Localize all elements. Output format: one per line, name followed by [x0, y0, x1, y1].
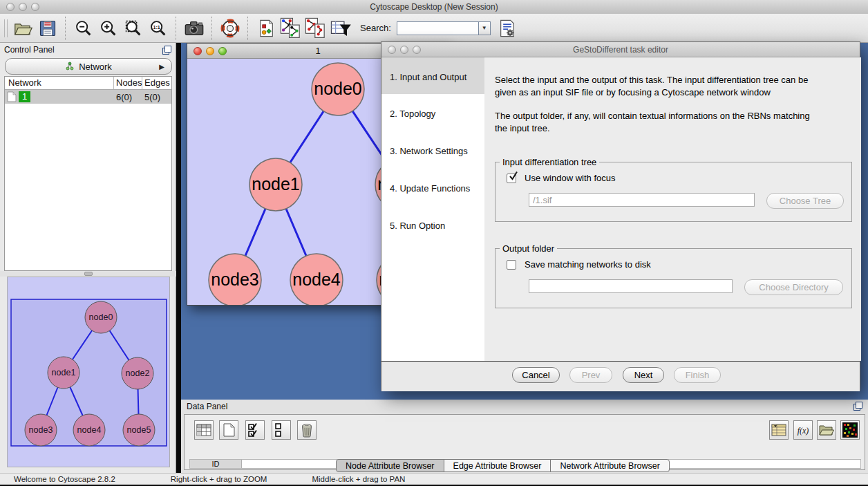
unselect-all-attributes-button[interactable] — [272, 420, 291, 440]
search-dropdown-button[interactable]: ▼ — [478, 21, 491, 35]
delete-attribute-button[interactable] — [297, 420, 317, 440]
network-name-badge: 1 — [19, 91, 30, 102]
svg-text:node0: node0 — [89, 312, 113, 322]
new-document-icon — [223, 423, 235, 437]
document-icon — [7, 91, 17, 102]
app-title: Cytoscape Desktop (New Session) — [0, 2, 868, 12]
intro-paragraph-1: Select the input and the output of this … — [495, 74, 854, 99]
wizard-content: Select the input and the output of this … — [484, 57, 861, 361]
help-button[interactable] — [218, 16, 243, 41]
step-topology[interactable]: 2. Topology — [390, 109, 435, 119]
search-input[interactable] — [397, 21, 478, 35]
network-table-row[interactable]: 1 6(0) 5(0) — [5, 90, 171, 104]
tab-network-attribute-browser[interactable]: Network Attribute Browser — [550, 459, 670, 472]
status-bar: Welcome to Cytoscape 2.8.2 Right-click +… — [0, 473, 868, 485]
select-all-attributes-button[interactable] — [245, 420, 265, 440]
help-lifering-icon — [220, 18, 240, 39]
zoom-out-button[interactable] — [71, 16, 96, 41]
svg-text:node1: node1 — [52, 368, 76, 377]
step-network-settings[interactable]: 3. Network Settings — [390, 146, 468, 156]
step-run-option[interactable]: 5. Run Option — [390, 221, 445, 231]
network-table-header: Network Nodes Edges — [5, 77, 171, 90]
finish-button[interactable]: Finish — [674, 367, 721, 383]
float-panel-icon[interactable] — [162, 46, 171, 55]
zoom-actual-button[interactable]: 1:1 — [146, 16, 171, 41]
svg-text:node3: node3 — [211, 270, 259, 289]
float-panel-icon[interactable] — [853, 402, 862, 411]
toolbar-separator — [65, 17, 66, 40]
toolbar-separator — [176, 17, 177, 40]
network-overview-panel[interactable]: node0 node1 node2 node3 node4 node5 — [7, 277, 170, 467]
chevron-right-icon[interactable]: ▶ — [159, 63, 164, 71]
save-matching-networks-label: Save matching networks to disk — [525, 259, 651, 270]
create-attribute-button[interactable] — [219, 420, 238, 440]
import-network-icon — [279, 17, 303, 39]
choose-tree-button[interactable]: Choose Tree — [766, 193, 844, 209]
control-panel: Control Panel Network ▶ Network Nodes Ed… — [0, 43, 176, 473]
attribute-table-icon — [196, 424, 211, 436]
input-tree-path-field[interactable] — [529, 193, 755, 207]
app-titlebar: Cytoscape Desktop (New Session) — [0, 0, 868, 15]
svg-text:1:1: 1:1 — [153, 24, 160, 30]
search-settings-button[interactable] — [495, 16, 520, 41]
control-panel-header: Control Panel — [0, 43, 176, 57]
network-tab-button[interactable]: Network ▶ — [5, 58, 172, 75]
toolbar-separator — [247, 17, 249, 40]
save-matching-networks-checkbox[interactable] — [507, 260, 516, 270]
next-button[interactable]: Next — [623, 367, 664, 383]
open-file-button[interactable] — [10, 16, 35, 41]
checkmark-icon — [508, 170, 519, 181]
zoom-in-button[interactable] — [96, 16, 121, 41]
save-session-button[interactable] — [35, 16, 60, 41]
toolbar-grip[interactable] — [4, 19, 8, 37]
network-tab-label: Network — [79, 62, 112, 72]
search-label: Search: — [360, 23, 391, 33]
id-column-header[interactable]: ID — [190, 460, 242, 468]
status-zoom-hint: Right-click + drag to ZOOM — [171, 475, 267, 483]
step-input-and-output[interactable]: 1. Input and Output — [390, 72, 466, 82]
cancel-button[interactable]: Cancel — [512, 367, 560, 383]
import-attributes-button[interactable] — [817, 420, 836, 440]
attribute-modification-button[interactable] — [769, 420, 789, 440]
heatmap-button[interactable] — [840, 420, 860, 440]
search-area: Search: ▼ — [360, 21, 491, 35]
vizmapper-button[interactable] — [254, 16, 279, 41]
zoom-selected-region-icon — [124, 19, 143, 38]
import-network-table-button[interactable] — [303, 16, 328, 41]
column-header-network[interactable]: Network — [5, 77, 114, 89]
output-folder-path-field[interactable] — [529, 279, 733, 293]
step-update-functions[interactable]: 4. Update Functions — [390, 183, 470, 194]
export-image-button[interactable] — [182, 16, 207, 41]
vizmapper-icon — [256, 19, 276, 38]
panel-splitter[interactable] — [0, 271, 176, 277]
overview-canvas[interactable]: node0 node1 node2 node3 node4 node5 — [8, 277, 169, 467]
gestodifferent-task-editor-dialog: GeStoDifferent task editor 1. Input and … — [381, 41, 860, 391]
function-icon: f(x) — [795, 423, 811, 437]
use-window-with-focus-checkbox[interactable] — [507, 174, 516, 183]
zoom-out-icon — [74, 19, 93, 38]
export-image-icon — [183, 17, 205, 39]
zoom-selected-button[interactable] — [121, 16, 146, 41]
heatmap-icon — [842, 422, 858, 438]
column-header-edges[interactable]: Edges — [142, 77, 171, 89]
input-differentiation-tree-group: Input differentiation tree Use window wi… — [495, 162, 852, 222]
choose-directory-button[interactable]: Choose Directory — [744, 279, 843, 295]
output-group-legend: Output folder — [500, 243, 557, 254]
svg-text:node4: node4 — [77, 425, 102, 435]
network-mini-icon — [65, 62, 75, 71]
prev-button[interactable]: Prev — [569, 367, 612, 383]
network-nodes-count: 6(0) — [114, 92, 142, 102]
intro-paragraph-2: The output folder, if any, will contain … — [495, 110, 854, 135]
function-builder-button[interactable]: f(x) — [793, 420, 813, 440]
column-header-nodes[interactable]: Nodes — [114, 77, 142, 89]
svg-text:node5: node5 — [127, 425, 151, 435]
filter-icon — [330, 18, 352, 39]
filter-button[interactable] — [328, 16, 353, 41]
tab-node-attribute-browser[interactable]: Node Attribute Browser — [336, 459, 444, 472]
import-network-file-button[interactable] — [279, 16, 303, 41]
svg-text:node3: node3 — [29, 425, 53, 435]
tab-edge-attribute-browser[interactable]: Edge Attribute Browser — [444, 459, 551, 472]
use-window-with-focus-label: Use window with focus — [525, 173, 616, 183]
dialog-titlebar[interactable]: GeStoDifferent task editor — [381, 42, 860, 57]
select-attributes-button[interactable] — [194, 420, 214, 440]
